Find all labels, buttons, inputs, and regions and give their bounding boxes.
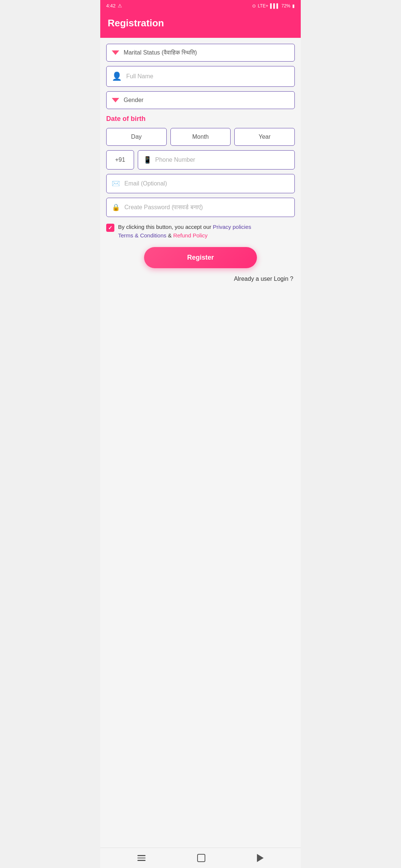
dob-row: Day Month Year — [106, 128, 295, 146]
bottom-nav — [100, 848, 301, 868]
menu-icon[interactable] — [137, 855, 146, 861]
dob-month-picker[interactable]: Month — [170, 128, 231, 146]
dob-label: Date of birth — [106, 115, 295, 123]
dob-day-label: Day — [131, 134, 141, 140]
login-prompt[interactable]: Already a user Login ? — [106, 276, 295, 282]
phone-icon: 📱 — [143, 156, 151, 164]
full-name-input[interactable] — [126, 73, 289, 80]
status-bar: 4:42 ⚠ ⊙ LTE+ ▌▌▌ 72% ▮ — [100, 0, 301, 11]
page-title: Registration — [108, 17, 293, 29]
dob-year-label: Year — [259, 134, 271, 140]
terms-conditions-link[interactable]: Terms & Conditions — [118, 232, 166, 239]
phone-input-box: 📱 — [138, 150, 295, 170]
chevron-down-icon — [112, 50, 119, 55]
phone-number-input[interactable] — [155, 157, 289, 163]
terms-row: By clicking this button, you accept our … — [106, 223, 295, 240]
person-icon: 👤 — [112, 72, 122, 81]
alert-icon: ⚠ — [118, 3, 122, 9]
gender-label: Gender — [124, 97, 289, 103]
back-icon[interactable] — [257, 854, 264, 862]
terms-text-1: By clicking this button, you accept our — [118, 224, 213, 230]
marital-status-dropdown[interactable]: Marital Status (वैवाहिक स्थिति) — [106, 44, 295, 62]
battery-text: 72% — [281, 3, 290, 9]
email-field: ✉️ — [106, 174, 295, 193]
phone-row: +91 📱 — [106, 150, 295, 170]
refund-policy-link[interactable]: Refund Policy — [173, 232, 208, 239]
home-icon[interactable] — [197, 854, 205, 862]
terms-ampersand: & — [168, 232, 173, 239]
dob-month-label: Month — [192, 134, 209, 140]
privacy-policies-link[interactable]: Privacy policies — [213, 224, 251, 230]
email-icon: ✉️ — [112, 180, 120, 188]
terms-text: By clicking this button, you accept our … — [118, 223, 251, 240]
email-input[interactable] — [124, 180, 289, 187]
password-field: 🔒 — [106, 198, 295, 217]
wifi-icon: ⊙ — [252, 3, 256, 9]
terms-checkbox[interactable] — [106, 224, 114, 232]
marital-status-label: Marital Status (वैवाहिक स्थिति) — [124, 49, 289, 56]
register-button[interactable]: Register — [144, 247, 257, 268]
header: Registration — [100, 11, 301, 38]
signal-text: LTE+ — [258, 3, 268, 9]
signal-bars-icon: ▌▌▌ — [270, 3, 280, 9]
status-left: 4:42 ⚠ — [106, 3, 122, 9]
dob-year-picker[interactable]: Year — [234, 128, 295, 146]
password-input[interactable] — [124, 204, 289, 211]
lock-icon: 🔒 — [112, 203, 120, 211]
gender-dropdown[interactable]: Gender — [106, 91, 295, 109]
form-container: Marital Status (वैवाहिक स्थिति) 👤 Gender… — [100, 38, 301, 848]
battery-icon: ▮ — [292, 3, 295, 9]
dob-day-picker[interactable]: Day — [106, 128, 167, 146]
phone-code: +91 — [106, 150, 134, 170]
status-right: ⊙ LTE+ ▌▌▌ 72% ▮ — [252, 3, 295, 9]
chevron-down-icon — [112, 98, 119, 102]
time: 4:42 — [106, 3, 115, 9]
full-name-field: 👤 — [106, 66, 295, 87]
